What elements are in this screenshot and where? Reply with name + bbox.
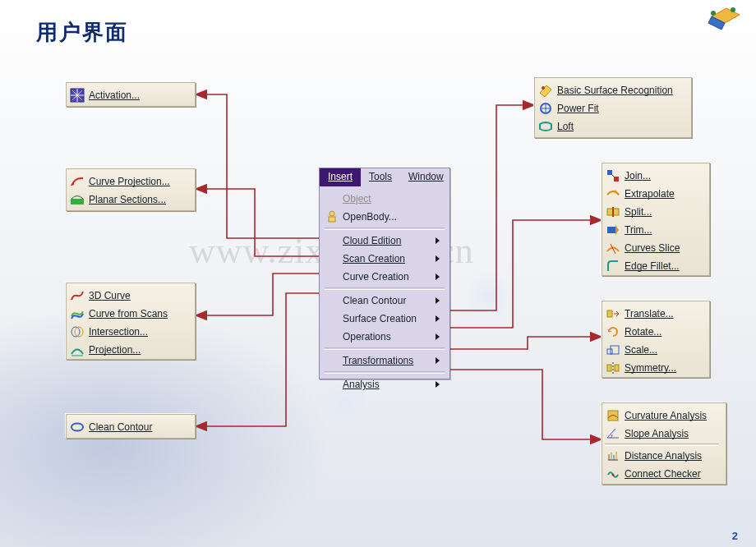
label: Clean Contour (343, 295, 406, 306)
svg-point-2 (711, 11, 716, 16)
svg-point-6 (81, 177, 83, 179)
curve-from-scans-icon (69, 306, 85, 322)
item-basic-surface-recognition[interactable]: Basic Surface Recognition (537, 82, 685, 99)
clean-contour-icon (69, 419, 85, 435)
label: Surface Creation (343, 313, 417, 324)
label: Activation... (89, 90, 140, 101)
item-activation[interactable]: Activation... (69, 87, 188, 103)
svg-point-11 (330, 211, 334, 216)
menu-analysis[interactable]: Analysis (323, 375, 446, 393)
label: 3D Curve (89, 290, 131, 301)
power-fit-icon (537, 100, 554, 117)
item-rotate[interactable]: Rotate... (605, 324, 703, 340)
item-scale[interactable]: Scale... (605, 342, 703, 358)
menu-surface-creation[interactable]: Surface Creation (323, 310, 446, 328)
curves-slice-icon (605, 240, 621, 256)
panel-analysis: Curvature Analysis Slope Analysis Distan… (602, 402, 726, 485)
label: Scale... (625, 344, 657, 356)
label: Tools (369, 171, 392, 182)
label: Transformations (343, 355, 413, 366)
item-curvature-analysis[interactable]: Curvature Analysis (605, 407, 719, 424)
svg-rect-17 (614, 177, 619, 182)
menu-clean-contour[interactable]: Clean Contour (323, 292, 446, 310)
3d-curve-icon (69, 287, 85, 304)
item-curve-projection[interactable]: Curve Projection... (69, 173, 188, 190)
svg-rect-12 (329, 217, 335, 222)
label: Translate... (625, 308, 674, 319)
label: OpenBody... (343, 211, 397, 223)
activation-icon (69, 87, 85, 103)
item-distance-analysis[interactable]: Distance Analysis (605, 448, 719, 464)
slope-analysis-icon (605, 425, 621, 442)
item-planar-sections[interactable]: Planar Sections... (69, 191, 188, 208)
menubar-insert[interactable]: Insert (320, 168, 361, 186)
submenu-arrow-icon (436, 357, 440, 364)
label: Loft (557, 121, 574, 132)
item-loft[interactable]: Loft (537, 118, 685, 135)
submenu-arrow-icon (436, 274, 440, 280)
item-join[interactable]: Join... (605, 168, 703, 184)
menu-scan-creation[interactable]: Scan Creation (323, 250, 446, 268)
label: Curves Slice (625, 242, 680, 254)
connect-checker-icon (605, 466, 621, 482)
svg-line-22 (611, 244, 615, 254)
item-extrapolate[interactable]: Extrapolate (605, 186, 703, 202)
menubar-window[interactable]: Window (400, 168, 452, 186)
menu-operations[interactable]: Operations (323, 328, 446, 346)
symmetry-icon (605, 360, 621, 376)
label: Slope Analysis (625, 428, 689, 439)
item-translate[interactable]: Translate... (605, 306, 703, 322)
menu-object: Object (323, 190, 446, 208)
menu-curve-creation[interactable]: Curve Creation (323, 268, 446, 286)
submenu-arrow-icon (436, 315, 440, 322)
submenu-arrow-icon (436, 297, 440, 304)
item-clean-contour[interactable]: Clean Contour (69, 419, 188, 435)
panel-operations: Join... Extrapolate Split... Trim... Cur… (602, 163, 710, 276)
label: Curvature Analysis (625, 410, 707, 421)
item-slope-analysis[interactable]: Slope Analysis (605, 425, 719, 442)
item-projection[interactable]: Projection... (69, 342, 188, 358)
rotate-icon (605, 324, 621, 340)
label: Basic Surface Recognition (557, 85, 673, 96)
label: Curve Projection... (89, 176, 170, 187)
label: Curve Creation (343, 271, 409, 283)
label: Projection... (89, 344, 141, 356)
item-3d-curve[interactable]: 3D Curve (69, 287, 188, 304)
item-power-fit[interactable]: Power Fit (537, 100, 685, 117)
loft-icon (537, 118, 554, 135)
svg-rect-27 (615, 365, 619, 371)
curvature-analysis-icon (605, 407, 621, 424)
svg-point-14 (542, 86, 545, 90)
trim-icon (605, 222, 621, 238)
panel-curve-creation: 3D Curve Curve from Scans Intersection..… (66, 283, 196, 360)
label: Symmetry... (625, 362, 676, 374)
label: Distance Analysis (625, 450, 702, 462)
item-intersection[interactable]: Intersection... (69, 324, 188, 340)
translate-icon (605, 306, 621, 322)
item-edge-fillet[interactable]: Edge Fillet... (605, 258, 703, 274)
curve-projection-icon (69, 173, 85, 190)
split-icon (605, 204, 621, 220)
item-split[interactable]: Split... (605, 204, 703, 220)
panel-transformations: Translate... Rotate... Scale... Symmetry… (602, 301, 710, 378)
menubar-tools[interactable]: Tools (361, 168, 400, 186)
menu-openbody[interactable]: OpenBody... (323, 208, 446, 226)
svg-point-35 (612, 474, 615, 476)
join-icon (605, 168, 621, 184)
item-connect-checker[interactable]: Connect Checker (605, 466, 719, 482)
svg-rect-26 (607, 365, 611, 371)
menu-cloud-edition[interactable]: Cloud Edition (323, 232, 446, 250)
item-symmetry[interactable]: Symmetry... (605, 360, 703, 376)
svg-rect-7 (71, 199, 84, 205)
label: Clean Contour (89, 421, 152, 433)
item-curves-slice[interactable]: Curves Slice (605, 240, 703, 256)
menu-transformations[interactable]: Transformations (323, 352, 446, 370)
submenu-arrow-icon (436, 237, 440, 244)
svg-rect-24 (607, 349, 612, 354)
label: Operations (343, 331, 391, 342)
label: Split... (625, 206, 652, 218)
distance-analysis-icon (605, 448, 621, 464)
item-curve-from-scans[interactable]: Curve from Scans (69, 306, 188, 322)
panel-clean-contour: Clean Contour (66, 414, 196, 439)
item-trim[interactable]: Trim... (605, 222, 703, 238)
